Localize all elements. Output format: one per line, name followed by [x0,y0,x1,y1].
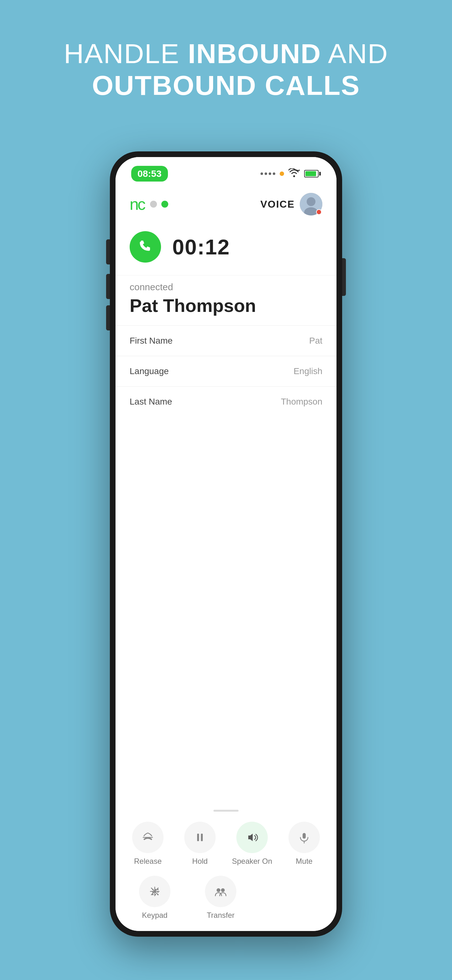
handle-bar [213,810,239,811]
avatar-container [300,193,322,215]
field-label-first-name: First Name [130,336,173,346]
svg-point-21 [221,888,225,892]
release-label: Release [134,857,162,865]
hold-label: Hold [192,857,208,865]
call-timer: 00:12 [172,235,230,259]
phone-screen: 08:53 [116,157,336,931]
status-dots [150,201,168,208]
voice-label: VOICE [260,199,295,210]
call-icon [130,231,161,262]
wifi-icon [289,169,300,179]
svg-rect-14 [152,891,154,892]
svg-rect-17 [152,894,154,895]
svg-rect-12 [155,889,156,890]
speaker-label: Speaker On [232,857,272,865]
mute-icon [297,830,311,844]
keypad-icon [148,885,162,898]
transfer-icon [214,885,228,898]
svg-rect-15 [155,891,156,892]
mute-button[interactable]: Mute [281,822,328,865]
transfer-icon-circle [205,876,236,907]
signal-icon [260,172,275,175]
call-area: 00:12 [116,222,336,275]
dot-active [161,201,168,208]
transfer-label: Transfer [207,911,235,920]
field-first-name: First Name Pat [116,325,336,356]
voice-area: VOICE [260,193,322,215]
transfer-button[interactable]: Transfer [197,876,244,920]
svg-rect-3 [197,834,199,841]
svg-rect-13 [157,889,159,890]
release-icon-circle [132,822,163,853]
svg-rect-18 [155,894,156,895]
status-bar: 08:53 [116,157,336,186]
release-button[interactable]: Release [124,822,171,865]
svg-rect-5 [303,833,306,838]
action-row-2: Keypad Transfer [116,871,336,931]
svg-rect-16 [157,891,159,892]
svg-point-1 [307,197,316,206]
status-time: 08:53 [131,166,168,181]
action-row-1: Release Hold [116,814,336,871]
dot-inactive [150,201,157,208]
app-logo: nc [130,196,144,212]
contact-area: connected Pat Thompson [116,275,336,325]
field-language: Language English [116,356,336,387]
mute-icon-circle [289,822,320,853]
field-value-first-name: Pat [309,336,322,346]
field-label-last-name: Last Name [130,397,172,407]
svg-rect-4 [201,834,203,841]
bottom-sheet-handle [116,805,336,814]
svg-rect-11 [152,889,154,890]
keypad-button[interactable]: Keypad [131,876,178,920]
hold-icon [193,830,207,844]
phone-shell: 08:53 [110,151,342,937]
keypad-icon-circle [139,876,170,907]
phone-mockup: 08:53 [110,151,342,937]
orange-dot [280,172,284,176]
headline-text: HANDLE INBOUND ANDOUTBOUND CALLS [64,38,388,101]
keypad-label: Keypad [142,911,167,920]
svg-rect-19 [157,894,159,895]
field-value-language: English [293,366,322,376]
release-icon [141,830,155,844]
headline: HANDLE INBOUND ANDOUTBOUND CALLS [39,38,413,101]
battery-icon [304,170,321,177]
status-icons [260,169,321,179]
field-last-name: Last Name Thompson [116,387,336,417]
field-value-last-name: Thompson [281,397,322,407]
form-area: First Name Pat Language English Last Nam… [116,325,336,805]
mute-label: Mute [296,857,312,865]
speaker-icon [245,830,259,844]
hold-button[interactable]: Hold [176,822,224,865]
speaker-icon-circle [236,822,268,853]
app-logo-area: nc [130,196,168,212]
speaker-button[interactable]: Speaker On [228,822,276,865]
svg-point-20 [217,888,220,892]
app-header: nc VOICE [116,186,336,222]
connected-label: connected [130,282,322,293]
field-label-language: Language [130,366,169,376]
contact-name: Pat Thompson [130,295,322,316]
recording-indicator [316,209,322,215]
hold-icon-circle [184,822,216,853]
